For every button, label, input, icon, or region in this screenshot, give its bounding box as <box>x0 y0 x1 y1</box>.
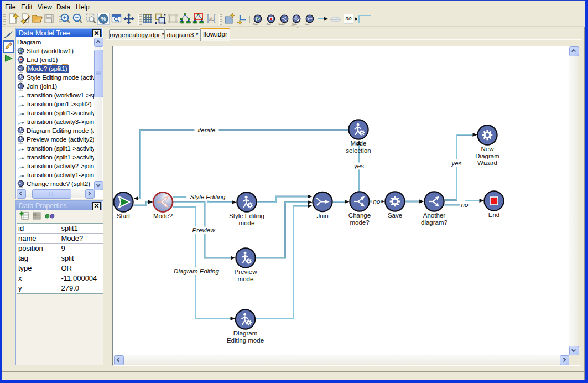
svg-text:Diagram: Diagram <box>475 153 499 159</box>
svg-text:mode: mode <box>238 276 254 282</box>
svg-text:no: no <box>373 198 381 205</box>
svg-text:Mode?: Mode? <box>153 213 173 219</box>
svg-text:diagram?: diagram? <box>421 219 447 226</box>
svg-text:Editing mode: Editing mode <box>227 337 264 344</box>
svg-text:mode?: mode? <box>350 219 369 226</box>
svg-text:iterate: iterate <box>198 127 216 133</box>
svg-text:Mode: Mode <box>351 140 367 147</box>
svg-text:Change: Change <box>348 212 371 219</box>
svg-text:transition: transition <box>330 18 341 21</box>
svg-text:Preview: Preview <box>235 268 258 275</box>
svg-text:Join: Join <box>316 213 328 219</box>
svg-text:yes: yes <box>353 163 364 169</box>
svg-text:Save: Save <box>388 212 402 219</box>
svg-text:%: % <box>101 15 106 22</box>
svg-text:Wizard: Wizard <box>477 159 497 166</box>
svg-text:Another: Another <box>423 212 445 219</box>
svg-text:Diagram Editing: Diagram Editing <box>174 268 219 275</box>
svg-text:no: no <box>461 201 469 208</box>
svg-text:selection: selection <box>346 147 371 154</box>
svg-text:yes: yes <box>451 160 462 167</box>
svg-text:Style Editing: Style Editing <box>190 194 226 200</box>
svg-text:Diagram: Diagram <box>233 330 257 337</box>
svg-text:mode: mode <box>239 220 255 226</box>
svg-text:ab: ab <box>208 16 215 22</box>
svg-text:New: New <box>481 146 494 152</box>
svg-text:End: End <box>488 211 499 218</box>
svg-text:Style Editing: Style Editing <box>229 213 264 219</box>
svg-text:Preview: Preview <box>192 227 216 234</box>
svg-text:Start: Start <box>117 213 131 219</box>
